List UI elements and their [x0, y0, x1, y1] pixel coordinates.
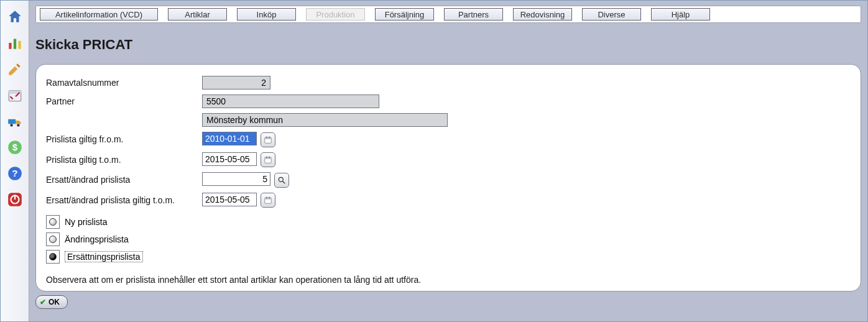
calendar-picker-tom-icon[interactable]	[261, 152, 275, 167]
help-icon[interactable]: ?	[6, 165, 24, 182]
form-table: Ramavtalsnummer 2 Partner 5500 Mönsterby…	[46, 72, 451, 211]
svg-rect-1	[13, 39, 16, 49]
radio-row-ny: Ny prislista	[46, 215, 851, 229]
power-icon[interactable]	[6, 191, 24, 208]
app-window: $ ? Artikelinformation (VCD) Artiklar In…	[0, 0, 868, 322]
calendar-icon[interactable]	[6, 86, 24, 104]
radio-label-ny: Ny prislista	[65, 217, 107, 227]
tab-produktion: Produktion	[306, 8, 365, 21]
ok-button[interactable]: ✔ OK	[35, 295, 68, 309]
label-giltig-tom: Prislista giltig t.o.m.	[46, 151, 202, 169]
tab-forsaljning[interactable]: Försäljning	[375, 8, 434, 21]
search-icon[interactable]	[274, 173, 289, 188]
radio-row-ersattning: Ersättningsprislista	[46, 250, 851, 264]
label-ramavtalsnummer: Ramavtalsnummer	[46, 75, 202, 91]
label-giltig-from: Prislista giltig fr.o.m.	[46, 131, 202, 149]
input-giltig-from[interactable]	[202, 132, 257, 145]
value-partner-code: 5500	[202, 94, 379, 108]
svg-rect-16	[264, 137, 271, 139]
edit-icon[interactable]	[6, 60, 24, 78]
calendar-picker-from-icon[interactable]	[261, 132, 275, 147]
input-ersatt[interactable]	[202, 172, 270, 186]
value-partner-name: Mönsterby kommun	[202, 113, 448, 127]
truck-icon[interactable]	[6, 113, 24, 130]
radio-andringsprislista[interactable]	[46, 232, 60, 246]
svg-rect-26	[264, 198, 271, 200]
svg-point-23	[279, 177, 283, 182]
svg-text:$: $	[12, 142, 17, 152]
svg-point-6	[10, 124, 12, 126]
form-panel: Ramavtalsnummer 2 Partner 5500 Mönsterby…	[35, 64, 861, 292]
tab-partners[interactable]: Partners	[444, 8, 503, 21]
radio-row-andring: Ändringsprislista	[46, 232, 851, 246]
svg-rect-2	[18, 41, 21, 49]
ok-button-label: OK	[48, 298, 60, 306]
money-icon[interactable]: $	[6, 139, 24, 156]
radio-label-ersattning: Ersättningsprislista	[65, 251, 143, 262]
info-note: Observera att om er prislista innehåller…	[46, 275, 851, 285]
tab-diverse[interactable]: Diverse	[582, 8, 641, 21]
input-ersatt-tom[interactable]	[202, 193, 257, 206]
tab-bar: Artikelinformation (VCD) Artiklar Inköp …	[35, 6, 861, 23]
tab-artiklar[interactable]: Artiklar	[168, 8, 227, 21]
label-partner: Partner	[46, 93, 202, 109]
radio-ny-prislista[interactable]	[46, 215, 60, 229]
sidebar: $ ?	[1, 1, 29, 321]
svg-point-7	[17, 124, 19, 126]
svg-rect-20	[264, 157, 271, 159]
label-ersatt: Ersatt/ändrad prislista	[46, 171, 202, 189]
main-area: Artikelinformation (VCD) Artiklar Inköp …	[29, 1, 867, 321]
svg-text:?: ?	[12, 168, 17, 178]
input-giltig-tom[interactable]	[202, 152, 257, 166]
tab-hjalp[interactable]: Hjälp	[651, 8, 710, 21]
page-title: Skicka PRICAT	[35, 37, 861, 53]
chart-icon[interactable]	[6, 34, 24, 52]
svg-line-24	[282, 181, 285, 183]
calendar-picker-ersatt-tom-icon[interactable]	[261, 193, 275, 208]
svg-rect-0	[9, 43, 11, 49]
value-ramavtalsnummer: 2	[202, 76, 270, 90]
svg-rect-5	[8, 119, 16, 124]
tab-inkop[interactable]: Inköp	[237, 8, 296, 21]
tab-redovisning[interactable]: Redovisning	[513, 8, 572, 21]
home-icon[interactable]	[6, 8, 24, 25]
radio-label-andring: Ändringsprislista	[65, 234, 129, 244]
tab-artikelinformation[interactable]: Artikelinformation (VCD)	[40, 8, 158, 21]
check-icon: ✔	[40, 298, 46, 306]
label-ersatt-tom: Ersatt/ändrad prislista giltig t.o.m.	[46, 191, 202, 209]
svg-rect-14	[14, 195, 15, 200]
radio-ersattningsprislista[interactable]	[46, 250, 60, 264]
